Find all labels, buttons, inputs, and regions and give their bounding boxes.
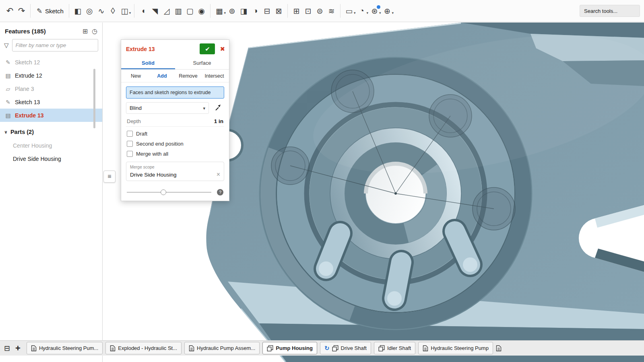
sketch-icon <box>4 59 12 66</box>
tab-surface[interactable]: Surface <box>175 57 229 69</box>
tab-idler-shaft[interactable]: Idler Shaft <box>374 342 415 354</box>
mode-add[interactable]: Add <box>149 70 175 82</box>
tab-solid[interactable]: Solid <box>121 57 175 69</box>
tab-hydraulic-pump-assem[interactable]: Hydraulic Pump Assem... <box>184 342 260 354</box>
mode-new[interactable]: New <box>123 70 149 82</box>
end-condition-select[interactable]: Blind <box>126 102 209 114</box>
feature-row-sketch-12[interactable]: Sketch 12 <box>0 56 102 69</box>
feature-list-toggle-button[interactable] <box>103 171 116 183</box>
kidney-slot-bottom[interactable] <box>387 262 402 306</box>
extrude-icon[interactable] <box>72 4 84 18</box>
filter-input[interactable] <box>12 39 98 51</box>
toolbar-divider <box>340 4 341 18</box>
history-icon[interactable] <box>92 27 97 35</box>
overflow-tab-icon[interactable] <box>496 345 502 352</box>
thicken-icon[interactable] <box>119 4 130 18</box>
redo-icon[interactable] <box>16 4 27 18</box>
mode-intersect[interactable]: Intersect <box>201 70 227 82</box>
undo-icon[interactable] <box>4 4 16 18</box>
linear-pattern-icon[interactable] <box>213 4 225 18</box>
revolve-icon[interactable] <box>84 4 95 18</box>
sweep-icon[interactable] <box>95 4 107 18</box>
fillet-icon[interactable] <box>137 4 149 18</box>
feature-label: Plane 3 <box>15 86 34 92</box>
tab-label: Drive Shaft <box>341 345 367 351</box>
manage-tabs-icon[interactable] <box>4 344 10 353</box>
second-end-option: Second end position <box>127 141 223 147</box>
tab-exploded-hydraulic[interactable]: Exploded - Hydraulic St... <box>105 342 182 354</box>
depth-input[interactable]: 1 in <box>214 118 223 124</box>
draft-checkbox[interactable] <box>127 131 133 137</box>
close-icon <box>220 46 225 52</box>
feature-row-extrude-12[interactable]: Extrude 12 <box>0 69 102 82</box>
insert-feature-icon[interactable] <box>83 27 88 35</box>
parts-section-header[interactable]: Parts (2) <box>0 125 102 139</box>
flip-arrow-icon <box>214 103 222 111</box>
toolbar-divider <box>30 4 31 18</box>
shell-icon[interactable] <box>184 4 196 18</box>
transform-icon[interactable] <box>291 4 302 18</box>
offset-surface-icon[interactable] <box>326 4 337 18</box>
opacity-slider[interactable] <box>127 189 211 195</box>
depth-label: Depth <box>127 118 141 124</box>
second-end-checkbox[interactable] <box>127 141 133 147</box>
sheet-metal-icon[interactable] <box>369 4 380 18</box>
plane-icon[interactable] <box>343 4 355 18</box>
sync-icon <box>324 345 330 352</box>
search-tools-input[interactable] <box>580 5 640 17</box>
tab-label: Hydraulic Steering Pum... <box>39 345 98 351</box>
part-label: Drive Side Housing <box>13 156 61 162</box>
pencil-icon <box>36 4 43 18</box>
feature-row-sketch-13[interactable]: Sketch 13 <box>0 95 102 109</box>
cancel-button[interactable] <box>220 45 225 53</box>
mode-remove[interactable]: Remove <box>175 70 201 82</box>
toolbar-divider <box>210 4 211 18</box>
tab-hydraulic-steering-pump[interactable]: Hydraulic Steering Pump <box>418 342 493 354</box>
help-icon[interactable] <box>217 189 223 195</box>
sketch-button[interactable]: Sketch <box>33 3 66 19</box>
replace-face-icon[interactable] <box>314 4 326 18</box>
document-icon <box>110 345 116 352</box>
list-icon <box>107 173 111 180</box>
rib-icon[interactable] <box>172 4 184 18</box>
filter-icon[interactable] <box>4 42 9 49</box>
scrollbar-thumb[interactable] <box>93 69 95 128</box>
loft-icon[interactable] <box>107 4 119 18</box>
feature-row-plane-3[interactable]: Plane 3 <box>0 82 102 95</box>
tab-hydraulic-steering-pum[interactable]: Hydraulic Steering Pum... <box>27 342 103 354</box>
chamfer-icon[interactable] <box>149 4 161 18</box>
remove-scope-icon[interactable] <box>217 171 220 178</box>
add-tab-button[interactable] <box>15 343 21 354</box>
sketch-icon <box>4 99 12 105</box>
document-icon <box>189 345 194 352</box>
tab-pump-housing[interactable]: Pump Housing <box>262 342 317 354</box>
helix-icon[interactable] <box>356 4 367 18</box>
faces-selection-field[interactable]: Faces and sketch regions to extrude <box>126 86 224 99</box>
pump-housing-part[interactable] <box>206 10 644 362</box>
slider-handle[interactable] <box>161 189 166 195</box>
feature-row-extrude-13[interactable]: Extrude 13 <box>0 109 102 122</box>
move-face-icon[interactable] <box>302 4 314 18</box>
toolbar-divider <box>287 4 288 18</box>
custom-feature-icon[interactable] <box>382 4 393 18</box>
merge-all-checkbox[interactable] <box>127 151 133 157</box>
chevron-down-icon <box>203 105 205 111</box>
boolean-icon[interactable] <box>250 4 261 18</box>
confirm-button[interactable] <box>200 43 215 54</box>
part-row-drive-side-housing[interactable]: Drive Side Housing <box>0 152 102 165</box>
delete-part-icon[interactable] <box>273 4 285 18</box>
sketch-label: Sketch <box>45 8 64 14</box>
dialog-title: Extrude 13 <box>126 46 200 52</box>
bolt-hole-preview-3[interactable] <box>271 147 309 185</box>
split-icon[interactable] <box>261 4 273 18</box>
draft-label: Draft <box>136 131 147 137</box>
part-studio-icon <box>378 345 385 352</box>
hole-icon[interactable] <box>196 4 207 18</box>
flip-direction-button[interactable] <box>212 102 224 114</box>
draft-icon[interactable] <box>161 4 172 18</box>
mirror-icon[interactable] <box>238 4 250 18</box>
bolt-hole-preview-4[interactable] <box>473 187 515 230</box>
part-row-center-housing[interactable]: Center Housing <box>0 139 102 152</box>
tab-drive-shaft[interactable]: Drive Shaft <box>320 342 371 354</box>
circular-pattern-icon[interactable] <box>226 4 238 18</box>
